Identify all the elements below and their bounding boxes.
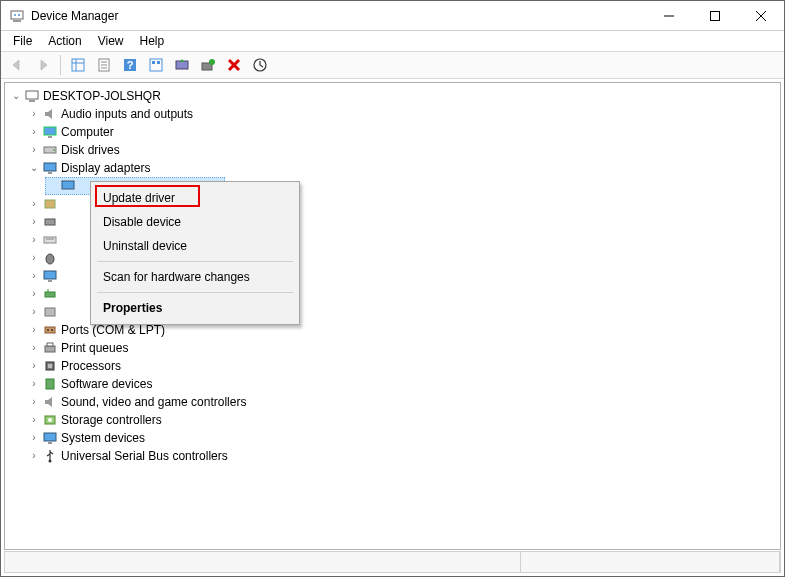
- collapse-icon[interactable]: ⌄: [9, 87, 23, 105]
- svg-rect-1: [13, 20, 21, 22]
- svg-rect-45: [45, 327, 55, 333]
- svg-rect-56: [48, 442, 52, 444]
- expand-icon[interactable]: ›: [27, 141, 41, 159]
- context-separator: [97, 292, 293, 293]
- expand-icon[interactable]: ›: [27, 393, 41, 411]
- storage-icon: [42, 412, 58, 428]
- tree-item-sound[interactable]: ›Sound, video and game controllers: [5, 393, 780, 411]
- expand-icon[interactable]: ›: [27, 213, 41, 231]
- svg-rect-48: [45, 346, 55, 352]
- svg-rect-37: [44, 237, 56, 243]
- tree-item-display[interactable]: ⌄Display adapters: [5, 159, 780, 177]
- tree-label: System devices: [61, 429, 145, 447]
- close-button[interactable]: [738, 1, 784, 30]
- svg-rect-40: [44, 271, 56, 279]
- svg-rect-8: [72, 59, 84, 71]
- tree-item-system[interactable]: ›System devices: [5, 429, 780, 447]
- help-button[interactable]: ?: [118, 54, 142, 76]
- expand-icon[interactable]: ›: [27, 321, 41, 339]
- software-icon: [42, 376, 58, 392]
- svg-rect-35: [45, 200, 55, 208]
- expand-icon[interactable]: ›: [27, 411, 41, 429]
- collapse-icon[interactable]: ⌄: [27, 159, 41, 177]
- sound-icon: [42, 394, 58, 410]
- uninstall-button[interactable]: [222, 54, 246, 76]
- svg-rect-49: [47, 343, 53, 346]
- disk-icon: [42, 142, 58, 158]
- tree-label: Software devices: [61, 375, 152, 393]
- context-uninstall-device[interactable]: Uninstall device: [93, 234, 297, 258]
- view-button[interactable]: [144, 54, 168, 76]
- maximize-button[interactable]: [692, 1, 738, 30]
- back-button[interactable]: [5, 54, 29, 76]
- expand-icon[interactable]: ›: [27, 105, 41, 123]
- expand-icon[interactable]: ›: [27, 195, 41, 213]
- svg-rect-26: [26, 91, 38, 99]
- window-controls: [646, 1, 784, 30]
- mouse-icon: [42, 250, 58, 266]
- disable-button[interactable]: [248, 54, 272, 76]
- svg-rect-19: [157, 61, 160, 64]
- tree-item-usb[interactable]: ›Universal Serial Bus controllers: [5, 447, 780, 465]
- context-disable-device[interactable]: Disable device: [93, 210, 297, 234]
- tree-root[interactable]: ⌄ DESKTOP-JOLSHQR: [5, 87, 780, 105]
- tree-item-printqueues[interactable]: ›Print queues: [5, 339, 780, 357]
- expand-icon[interactable]: ›: [27, 447, 41, 465]
- tree-item-storage[interactable]: ›Storage controllers: [5, 411, 780, 429]
- svg-rect-17: [150, 59, 162, 71]
- scan-hardware-button[interactable]: [196, 54, 220, 76]
- expand-icon[interactable]: ›: [27, 429, 41, 447]
- svg-rect-42: [45, 292, 55, 297]
- context-scan-hardware[interactable]: Scan for hardware changes: [93, 265, 297, 289]
- menu-file[interactable]: File: [7, 32, 42, 50]
- svg-point-2: [14, 14, 16, 16]
- svg-rect-0: [11, 11, 23, 19]
- tree-item-computer[interactable]: ›Computer: [5, 123, 780, 141]
- expand-icon[interactable]: ›: [27, 375, 41, 393]
- menu-action[interactable]: Action: [42, 32, 91, 50]
- svg-point-39: [46, 254, 54, 264]
- menu-view[interactable]: View: [92, 32, 134, 50]
- show-hide-tree-button[interactable]: [66, 54, 90, 76]
- tree-item-software[interactable]: ›Software devices: [5, 375, 780, 393]
- system-icon: [42, 430, 58, 446]
- generic-icon: [42, 304, 58, 320]
- minimize-button[interactable]: [646, 1, 692, 30]
- expand-icon[interactable]: ›: [27, 303, 41, 321]
- context-properties[interactable]: Properties: [93, 296, 297, 320]
- context-update-driver[interactable]: Update driver: [93, 186, 297, 210]
- svg-rect-5: [711, 11, 720, 20]
- tree-item-audio[interactable]: ›Audio inputs and outputs: [5, 105, 780, 123]
- display-icon: [42, 160, 58, 176]
- svg-point-47: [51, 329, 53, 331]
- properties-button[interactable]: [92, 54, 116, 76]
- expand-icon[interactable]: ›: [27, 339, 41, 357]
- tree-item-disk[interactable]: ›Disk drives: [5, 141, 780, 159]
- svg-rect-41: [48, 280, 52, 282]
- svg-point-31: [53, 149, 55, 151]
- expand-icon[interactable]: ›: [27, 123, 41, 141]
- tree-item-processors[interactable]: ›Processors: [5, 357, 780, 375]
- expand-icon[interactable]: ›: [27, 267, 41, 285]
- firmware-icon: [42, 196, 58, 212]
- expand-icon[interactable]: ›: [27, 231, 41, 249]
- menu-help[interactable]: Help: [134, 32, 175, 50]
- svg-rect-44: [45, 308, 55, 316]
- expand-icon[interactable]: ›: [27, 285, 41, 303]
- svg-rect-18: [152, 61, 155, 64]
- svg-rect-29: [48, 136, 52, 138]
- cpu-icon: [42, 358, 58, 374]
- status-cell: [521, 552, 780, 572]
- svg-rect-36: [45, 219, 55, 225]
- ports-icon: [42, 322, 58, 338]
- svg-point-46: [47, 329, 49, 331]
- computer-icon: [24, 88, 40, 104]
- update-driver-button[interactable]: [170, 54, 194, 76]
- expand-icon[interactable]: ›: [27, 249, 41, 267]
- printer-icon: [42, 340, 58, 356]
- forward-button[interactable]: [31, 54, 55, 76]
- svg-rect-55: [44, 433, 56, 441]
- svg-rect-51: [48, 364, 52, 368]
- tree-label: Processors: [61, 357, 121, 375]
- expand-icon[interactable]: ›: [27, 357, 41, 375]
